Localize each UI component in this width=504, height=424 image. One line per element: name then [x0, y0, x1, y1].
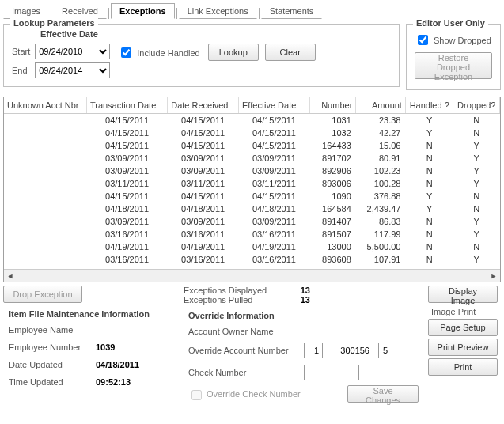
- tab-exceptions[interactable]: Exceptions: [111, 3, 175, 19]
- show-dropped-label: Show Dropped: [434, 36, 491, 45]
- tab-received[interactable]: Received: [53, 3, 107, 19]
- table-row[interactable]: 03/11/201103/11/201103/11/2011893006100.…: [4, 177, 500, 190]
- override-check-label: Override Check Number: [207, 389, 301, 399]
- emp-name-label: Employee Name: [9, 325, 96, 335]
- exceptions-pulled-label: Exceptions Pulled: [184, 295, 252, 305]
- emp-name-value: [96, 325, 173, 335]
- table-row[interactable]: 04/19/201104/19/201104/19/2011130005,500…: [4, 240, 500, 253]
- start-date-select[interactable]: 09/24/2010: [35, 44, 110, 59]
- time-upd-label: Time Updated: [9, 377, 96, 387]
- col-amount[interactable]: Amount: [356, 97, 406, 114]
- print-preview-button[interactable]: Print Preview: [428, 339, 498, 356]
- table-header-row: Unknown Acct Nbr Transaction Date Date R…: [4, 97, 500, 114]
- lookup-parameters-group: Lookup Parameters Effective Date Start 0…: [3, 24, 400, 87]
- col-number[interactable]: Number: [309, 97, 355, 114]
- tab-statements[interactable]: Statements: [261, 3, 323, 19]
- show-dropped-checkbox[interactable]: [418, 35, 428, 45]
- table-row[interactable]: 03/09/201103/09/201103/09/2011892906102.…: [4, 165, 500, 177]
- end-label: End: [12, 66, 30, 75]
- page-setup-button[interactable]: Page Setup: [428, 319, 498, 336]
- check-number-input[interactable]: [304, 365, 359, 380]
- lookup-button[interactable]: Lookup: [208, 44, 259, 61]
- override-acct-label: Override Account Number: [188, 346, 299, 355]
- check-number-label: Check Number: [188, 368, 299, 377]
- print-button[interactable]: Print: [428, 358, 498, 376]
- exceptions-displayed-label: Exceptions Displayed: [184, 286, 267, 295]
- table-row[interactable]: 04/15/201104/15/201104/15/2011103242.27Y…: [4, 127, 500, 139]
- table-row[interactable]: 03/09/201103/09/201103/09/201189140786.8…: [4, 215, 500, 228]
- table-row[interactable]: 04/15/201104/15/201104/15/2011103123.38Y…: [4, 114, 500, 127]
- save-changes-button: Save Changes: [347, 385, 419, 403]
- editor-group-title: Editor User Only: [413, 18, 488, 28]
- image-print-label: Image Print: [431, 307, 501, 316]
- table-row[interactable]: 04/15/201104/15/201104/15/20111090376.88…: [4, 190, 500, 203]
- table-row[interactable]: 03/16/201103/16/201103/16/2011893608107.…: [4, 253, 500, 266]
- editor-user-only-group: Editor User Only Show Dropped Restore Dr…: [406, 24, 501, 90]
- override-acct-c[interactable]: [378, 343, 392, 358]
- col-date-received[interactable]: Date Received: [168, 97, 239, 114]
- override-info-title: Override Information: [188, 311, 419, 320]
- col-dropped[interactable]: Dropped?: [453, 97, 500, 114]
- col-effective-date[interactable]: Effective Date: [239, 97, 310, 114]
- drop-exception-button: Drop Exception: [3, 286, 82, 303]
- lookup-group-title: Lookup Parameters: [10, 18, 98, 28]
- emp-num-label: Employee Number: [9, 343, 96, 352]
- item-file-info-group: Item File Maintenance Information Employ…: [3, 305, 179, 391]
- horizontal-scrollbar[interactable]: ◄ ►: [4, 269, 500, 282]
- exceptions-pulled-value: 13: [301, 295, 310, 305]
- time-upd-value: 09:52:13: [96, 377, 173, 387]
- exceptions-table-wrap: Unknown Acct Nbr Transaction Date Date R…: [3, 97, 501, 282]
- owner-name-label: Account Owner Name: [188, 327, 299, 336]
- col-handled[interactable]: Handled ?: [405, 97, 453, 114]
- col-txn-date[interactable]: Transaction Date: [86, 97, 167, 114]
- end-date-select[interactable]: 09/24/2014: [35, 62, 110, 78]
- tab-bar: Images Received Exceptions Link Exceptio…: [3, 3, 501, 19]
- display-image-button[interactable]: Display Image: [428, 286, 498, 303]
- tab-link-exceptions[interactable]: Link Exceptions: [179, 3, 257, 19]
- clear-button[interactable]: Clear: [265, 44, 316, 61]
- exceptions-displayed-value: 13: [301, 286, 310, 295]
- exceptions-table[interactable]: Unknown Acct Nbr Transaction Date Date R…: [4, 97, 500, 278]
- include-handled-checkbox[interactable]: [121, 47, 131, 58]
- restore-dropped-button: Restore Dropped Exception: [415, 52, 492, 79]
- include-handled-label: Include Handled: [137, 48, 200, 58]
- table-row[interactable]: 04/15/201104/15/201104/15/201116443315.0…: [4, 139, 500, 152]
- table-row[interactable]: 04/18/201104/18/201104/18/20111645842,43…: [4, 203, 500, 215]
- emp-num-value: 1039: [96, 343, 173, 352]
- table-row[interactable]: 03/16/201103/16/201103/16/2011891507117.…: [4, 228, 500, 240]
- item-file-info-title: Item File Maintenance Information: [9, 309, 173, 319]
- table-row[interactable]: 03/09/201103/09/201103/09/201189170280.9…: [4, 152, 500, 165]
- scroll-left-icon[interactable]: ◄: [6, 271, 15, 281]
- override-info-group: Override Information Account Owner Name …: [184, 308, 423, 412]
- date-upd-label: Date Updated: [9, 360, 96, 369]
- tab-images[interactable]: Images: [3, 3, 49, 19]
- override-acct-a[interactable]: [304, 343, 323, 358]
- override-acct-b[interactable]: [328, 343, 373, 358]
- start-label: Start: [12, 47, 30, 56]
- effective-date-label: Effective Date: [12, 29, 391, 39]
- col-unknown-acct[interactable]: Unknown Acct Nbr: [4, 97, 86, 114]
- override-check-checkbox: [191, 390, 202, 400]
- scroll-right-icon[interactable]: ►: [489, 271, 498, 281]
- date-upd-value: 04/18/2011: [96, 360, 173, 369]
